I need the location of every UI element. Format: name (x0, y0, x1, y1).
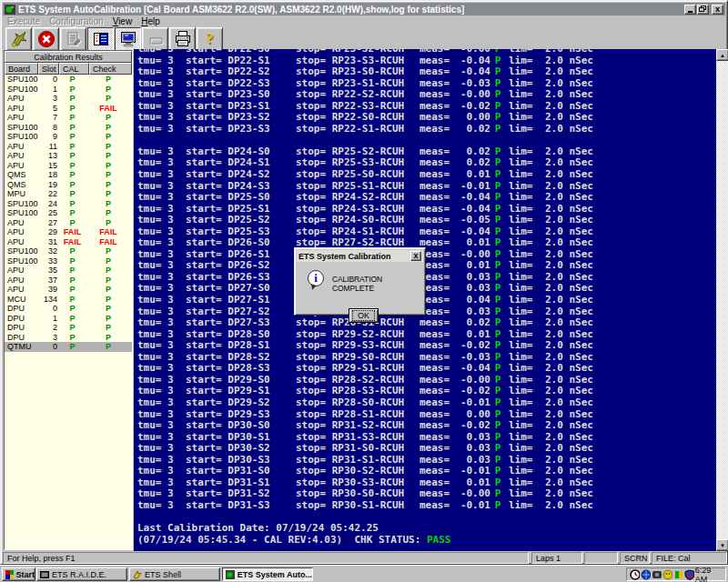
tray-icon-agent[interactable] (662, 569, 672, 580)
restore-button[interactable] (697, 5, 709, 15)
printer-icon (174, 30, 192, 48)
task-ets-system-auto[interactable]: ETS System Auto... (222, 567, 313, 581)
console-meas-label: meas= (420, 340, 452, 352)
panel-header-row: Board Slot CAL Check (5, 63, 132, 75)
console-start: tmu= 3 start= DP27-S1 (134, 295, 296, 306)
console-lim-label: lim= (505, 443, 536, 455)
panel-row[interactable]: DPU3PP (5, 333, 132, 343)
display-button[interactable] (115, 27, 141, 51)
console-meas-value: -0.05 (452, 215, 490, 226)
run-button[interactable] (5, 27, 32, 51)
console-meas-label: meas= (420, 363, 452, 375)
task-label: ETS Shell (145, 570, 181, 579)
panel-row[interactable]: APU29FAILFAIL (5, 227, 132, 237)
console-pass-flag: P (490, 340, 505, 352)
panel-row[interactable]: SPU1000PP (5, 75, 132, 85)
panel-cell: FAIL (87, 227, 129, 237)
task-label: ETS R.A.I.D.E. (52, 570, 106, 579)
panel-row[interactable]: QMS18PP (5, 170, 132, 180)
stop-button[interactable] (33, 27, 59, 51)
console-stop: stop= RP30-S0-RCUH (296, 488, 420, 500)
tray-icon-display[interactable] (652, 569, 662, 580)
console-meas-value: 0.03 (452, 443, 490, 455)
panel-row[interactable]: APU35PP (5, 266, 132, 276)
panel-row[interactable]: SPU10025PP (5, 208, 132, 218)
start-button[interactable]: Start (2, 567, 35, 581)
menu-item-configuration: Configuration (45, 16, 107, 26)
panel-cell: P (87, 285, 129, 295)
console-pass-flag: P (490, 66, 505, 78)
ets-shell-icon (133, 570, 142, 579)
panel-row[interactable]: APU15PP (5, 161, 132, 171)
status-scrn: SCRN (620, 552, 650, 564)
panel-row[interactable]: DPU0PP (5, 304, 132, 314)
status-empty (584, 552, 618, 564)
scroll-up-button[interactable]: ▲ (716, 49, 728, 61)
console-lim-label: lim= (505, 466, 536, 477)
results-panel-button[interactable] (87, 27, 114, 51)
column-header-check[interactable]: Check (89, 63, 132, 75)
column-header-board[interactable]: Board (5, 63, 38, 75)
column-header-cal[interactable]: CAL (59, 63, 89, 75)
panel-row[interactable]: APU27PP (5, 218, 132, 228)
scroll-down-button[interactable]: ▼ (716, 539, 728, 551)
console-lim-label: lim= (505, 340, 536, 352)
panel-row[interactable]: APU13PP (5, 151, 132, 161)
dialog-close-button[interactable]: x (410, 251, 421, 261)
tray-icon-antivirus-shield[interactable] (684, 569, 694, 580)
minimize-button[interactable] (684, 5, 696, 15)
panel-row[interactable]: SPU10024PP (5, 199, 132, 209)
panel-row[interactable]: SPU10032PP (5, 246, 132, 256)
panel-row[interactable]: SPU10033PP (5, 256, 132, 266)
panel-row[interactable]: DPU2PP (5, 323, 132, 333)
panel-row[interactable]: APU11PP (5, 142, 132, 152)
panel-row[interactable]: MPU22PP (5, 189, 132, 199)
panel-row[interactable]: APU37PP (5, 276, 132, 286)
title-bar: ETS System AutoCalibration [Cal Board AS… (3, 3, 725, 15)
task-ets-shell[interactable]: ETS Shell (129, 567, 220, 581)
panel-cell: 0 (38, 75, 57, 85)
menu-item-view[interactable]: View (108, 16, 137, 26)
panel-cell: P (87, 199, 129, 209)
help-button[interactable]: ? (197, 27, 223, 51)
tray-icon-network[interactable] (641, 569, 651, 580)
panel-row[interactable]: DPU1PP (5, 314, 132, 324)
ets-system-icon (226, 570, 235, 579)
panel-row[interactable]: SPU1008PP (5, 123, 132, 133)
column-header-slot[interactable]: Slot (38, 63, 59, 75)
panel-row[interactable]: MCU134PP (5, 295, 132, 305)
console-meas-value: -0.04 (452, 192, 490, 204)
panel-cell: 7 (38, 113, 57, 123)
panel-cell: P (57, 94, 87, 104)
close-button[interactable]: x (712, 5, 723, 15)
panel-row[interactable]: APU39PP (5, 285, 132, 295)
panel-row[interactable]: APU3PP (5, 94, 132, 104)
tray-icon-scheduler[interactable] (630, 569, 640, 580)
task-ets-raide[interactable]: ETS R.A.I.D.E. (36, 567, 127, 581)
panel-cell: 2 (38, 323, 57, 333)
minimize-icon (687, 5, 694, 13)
panel-row[interactable]: APU5PFAIL (5, 104, 132, 114)
panel-row[interactable]: APU7PP (5, 113, 132, 123)
tray-icon-status[interactable] (673, 569, 683, 580)
panel-cell: P (87, 256, 129, 266)
panel-row[interactable]: APU31FAILFAIL (5, 237, 132, 247)
console-meas-label: meas= (420, 215, 452, 226)
console-pass-flag: P (490, 295, 505, 306)
print-button[interactable] (169, 27, 196, 51)
panel-row[interactable]: QMS19PP (5, 180, 132, 190)
panel-cell: SPU100 (5, 75, 38, 85)
panel-row[interactable]: SPU1001PP (5, 85, 132, 95)
console-scrollbar[interactable]: ▲ ▼ (716, 49, 728, 551)
console-meas-value: 0.00 (452, 112, 490, 124)
console-lim-value: 2.0 nSec (536, 488, 593, 500)
console-start: tmu= 3 start= DP30-S0 (134, 420, 296, 432)
panel-cell: DPU (5, 333, 38, 343)
panel-row[interactable]: QTMU0PP (5, 342, 132, 352)
panel-row[interactable]: SPU1009PP (5, 132, 132, 142)
console-lim-label: lim= (505, 420, 536, 432)
ok-button[interactable]: OK (349, 308, 379, 323)
console-lim-value: 2.0 nSec (536, 466, 593, 477)
menu-item-help[interactable]: Help (136, 16, 165, 26)
info-icon: i (308, 270, 324, 286)
